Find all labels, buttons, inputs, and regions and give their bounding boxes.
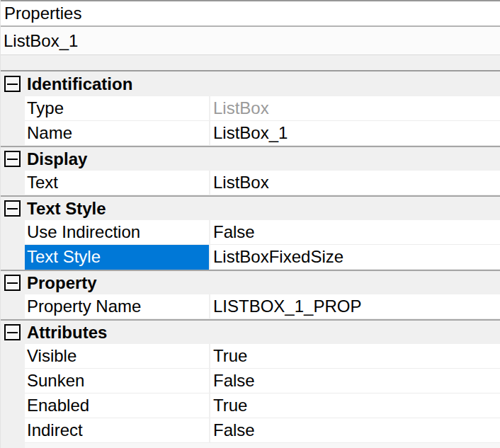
property-value-cell[interactable]: False <box>209 418 500 443</box>
row-gutter <box>1 294 25 319</box>
row-gutter <box>1 171 25 195</box>
property-value-cell[interactable]: LISTBOX_1_PROP <box>209 294 500 319</box>
property-value-cell[interactable]: ListBox <box>209 96 500 121</box>
section-header-row-4: Attributes <box>1 319 500 344</box>
minus-glyph <box>7 159 18 160</box>
row-gutter <box>1 121 25 146</box>
property-label-cell[interactable]: Sunken <box>25 369 209 394</box>
property-label-cell[interactable]: Text Style <box>25 245 209 270</box>
section-header-row-0: Identification <box>1 71 500 96</box>
property-value-cell[interactable]: True <box>209 394 500 418</box>
property-label-cell[interactable]: Type <box>25 96 209 121</box>
property-row[interactable]: TextListBox <box>1 171 500 195</box>
property-label-cell[interactable]: Text <box>25 171 209 195</box>
row-gutter <box>1 418 25 443</box>
property-row[interactable]: NameListBox_1 <box>1 121 500 146</box>
section-label: Display <box>27 147 87 171</box>
property-row[interactable]: Property NameLISTBOX_1_PROP <box>1 294 500 319</box>
property-row[interactable]: TypeListBox <box>1 96 500 121</box>
property-row[interactable]: Use IndirectionFalse <box>1 220 500 245</box>
row-gutter <box>1 96 25 121</box>
grid-bottom-strip <box>1 443 500 448</box>
section-label: Attributes <box>27 321 107 344</box>
row-gutter <box>1 369 25 394</box>
property-row[interactable]: SunkenFalse <box>1 369 500 394</box>
section-label: Property <box>27 271 97 294</box>
collapse-minus-icon[interactable] <box>4 200 21 217</box>
property-label-cell[interactable]: Enabled <box>25 394 209 418</box>
object-name-input[interactable] <box>1 27 500 54</box>
section-header-row-2: Text Style <box>1 195 500 220</box>
collapse-minus-icon[interactable] <box>4 76 21 92</box>
row-gutter <box>1 245 25 270</box>
property-value-cell[interactable]: False <box>209 369 500 394</box>
minus-glyph <box>7 332 18 333</box>
property-row[interactable]: Text StyleListBoxFixedSize <box>1 245 500 270</box>
property-row[interactable]: VisibleTrue <box>1 344 500 369</box>
panel-title: Properties <box>1 0 500 27</box>
property-value-cell[interactable]: ListBoxFixedSize <box>209 245 500 270</box>
property-label-cell[interactable]: Property Name <box>25 294 209 319</box>
property-label-cell[interactable]: Name <box>25 121 209 146</box>
property-label-cell[interactable]: Use Indirection <box>25 220 209 245</box>
property-value-cell[interactable]: ListBox <box>209 171 500 195</box>
section-label: Text Style <box>27 197 106 220</box>
property-label-cell[interactable]: Visible <box>25 344 209 369</box>
property-value-cell[interactable]: True <box>209 344 500 369</box>
property-row[interactable]: IndirectFalse <box>1 418 500 443</box>
row-gutter <box>1 220 25 245</box>
property-value-cell[interactable]: ListBox_1 <box>209 121 500 146</box>
property-value-cell[interactable]: False <box>209 220 500 245</box>
section-header-row-1: Display <box>1 146 500 171</box>
property-row[interactable]: EnabledTrue <box>1 394 500 418</box>
property-label-cell[interactable]: Indirect <box>25 418 209 443</box>
section-header-row-3: Property <box>1 270 500 294</box>
properties-panel: Properties IdentificationTypeListBoxName… <box>0 0 500 448</box>
row-gutter <box>1 443 25 448</box>
minus-glyph <box>7 208 18 209</box>
row-gutter <box>1 394 25 418</box>
row-gutter <box>1 344 25 369</box>
minus-glyph <box>7 84 18 85</box>
spacer-strip <box>1 55 500 71</box>
minus-glyph <box>7 282 18 284</box>
collapse-minus-icon[interactable] <box>4 275 21 291</box>
property-grid: IdentificationTypeListBoxNameListBox_1Di… <box>1 71 500 443</box>
collapse-minus-icon[interactable] <box>4 324 21 340</box>
section-label: Identification <box>27 71 132 96</box>
collapse-minus-icon[interactable] <box>4 151 21 167</box>
object-name-field-wrap <box>1 27 500 55</box>
